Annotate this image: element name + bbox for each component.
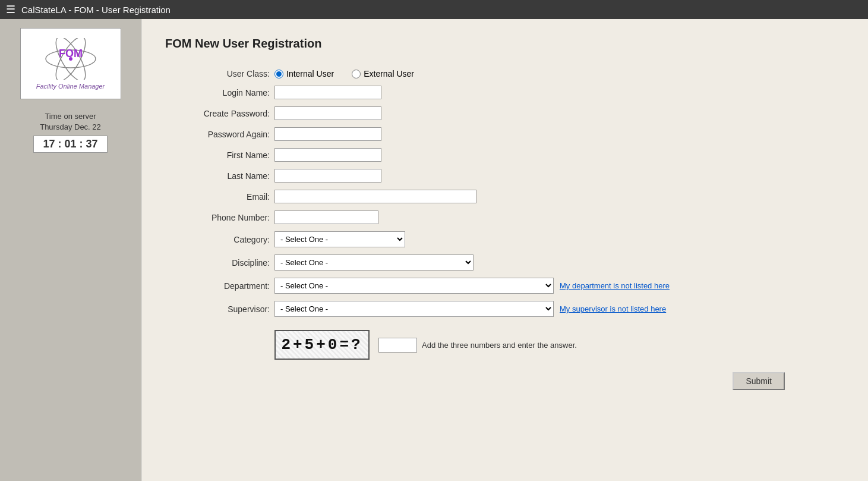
department-row: Department: - Select One - My department… xyxy=(165,274,844,297)
phone-number-row: Phone Number: xyxy=(165,207,844,228)
window-title: CalStateLA - FOM - User Registration xyxy=(21,5,171,15)
internal-user-label: Internal User xyxy=(286,69,334,78)
login-name-row: Login Name: xyxy=(165,82,844,103)
external-user-label: External User xyxy=(364,69,414,78)
department-cell: - Select One - My department is not list… xyxy=(272,274,844,297)
time-label2: Thursday Dec. 22 xyxy=(33,122,107,133)
last-name-label: Last Name: xyxy=(165,165,272,186)
department-select[interactable]: - Select One - xyxy=(274,278,554,294)
supervisor-cell: - Select One - My supervisor is not list… xyxy=(272,297,844,320)
create-password-label: Create Password: xyxy=(165,103,272,124)
password-again-row: Password Again: xyxy=(165,124,844,144)
internal-user-option[interactable]: Internal User xyxy=(274,69,334,78)
discipline-row: Discipline: - Select One - xyxy=(165,251,844,274)
logo-container: FOM Facility Online Manager xyxy=(20,28,121,99)
external-user-option[interactable]: External User xyxy=(352,69,414,78)
category-cell: - Select One - xyxy=(272,228,844,251)
dept-not-listed-link[interactable]: My department is not listed here xyxy=(560,281,670,290)
department-label: Department: xyxy=(165,274,272,297)
captcha-answer-group: Add the three numbers and enter the answ… xyxy=(378,338,577,353)
password-again-label: Password Again: xyxy=(165,124,272,144)
login-name-input[interactable] xyxy=(274,86,381,99)
discipline-cell: - Select One - xyxy=(272,251,844,274)
captcha-label-cell xyxy=(165,320,272,363)
supervisor-row: Supervisor: - Select One - My supervisor… xyxy=(165,297,844,320)
supervisor-not-listed-link[interactable]: My supervisor is not listed here xyxy=(560,304,666,313)
category-label: Category: xyxy=(165,228,272,251)
first-name-cell xyxy=(272,144,844,165)
discipline-select[interactable]: - Select One - xyxy=(274,254,474,271)
fom-logo: FOM xyxy=(44,38,97,80)
email-input[interactable] xyxy=(274,190,476,203)
submit-button[interactable]: Submit xyxy=(733,372,785,390)
login-name-cell xyxy=(272,82,844,103)
menu-icon[interactable]: ☰ xyxy=(6,3,15,16)
department-row-inner: - Select One - My department is not list… xyxy=(274,278,842,294)
create-password-cell xyxy=(272,103,844,124)
time-display: 17 : 01 : 37 xyxy=(33,136,107,153)
registration-form: User Class: Internal User External User xyxy=(165,65,844,363)
last-name-input[interactable] xyxy=(274,169,381,183)
captcha-cell: 2+5+0=? Add the three numbers and enter … xyxy=(272,320,844,363)
captcha-answer-input[interactable] xyxy=(378,338,417,353)
email-label: Email: xyxy=(165,186,272,207)
page-title: FOM New User Registration xyxy=(165,37,844,51)
first-name-input[interactable] xyxy=(274,148,381,162)
captcha-row: 2+5+0=? Add the three numbers and enter … xyxy=(165,320,844,363)
phone-number-cell xyxy=(272,207,844,228)
supervisor-select[interactable]: - Select One - xyxy=(274,301,554,317)
supervisor-label: Supervisor: xyxy=(165,297,272,320)
phone-number-label: Phone Number: xyxy=(165,207,272,228)
last-name-cell xyxy=(272,165,844,186)
logo-tagline: Facility Online Manager xyxy=(36,83,105,90)
email-row: Email: xyxy=(165,186,844,207)
user-class-row: User Class: Internal User External User xyxy=(165,65,844,82)
category-select[interactable]: - Select One - xyxy=(274,231,405,247)
external-user-radio[interactable] xyxy=(352,70,361,78)
category-row: Category: - Select One - xyxy=(165,228,844,251)
time-section: Time on server Thursday Dec. 22 17 : 01 … xyxy=(33,111,107,153)
sidebar: FOM Facility Online Manager Time on serv… xyxy=(0,19,141,481)
internal-user-radio[interactable] xyxy=(274,70,283,78)
captcha-area: 2+5+0=? Add the three numbers and enter … xyxy=(274,330,842,360)
last-name-row: Last Name: xyxy=(165,165,844,186)
create-password-input[interactable] xyxy=(274,106,381,120)
main-content: FOM New User Registration User Class: In… xyxy=(141,19,868,481)
discipline-label: Discipline: xyxy=(165,251,272,274)
captcha-image: 2+5+0=? xyxy=(274,330,370,360)
time-label1: Time on server xyxy=(33,111,107,122)
user-class-label: User Class: xyxy=(165,65,272,82)
first-name-label: First Name: xyxy=(165,144,272,165)
create-password-row: Create Password: xyxy=(165,103,844,124)
login-name-label: Login Name: xyxy=(165,82,272,103)
phone-number-input[interactable] xyxy=(274,210,378,224)
captcha-hint: Add the three numbers and enter the answ… xyxy=(422,341,577,350)
submit-row: Submit xyxy=(165,372,844,390)
first-name-row: First Name: xyxy=(165,144,844,165)
title-bar: ☰ CalStateLA - FOM - User Registration xyxy=(0,0,868,19)
email-cell xyxy=(272,186,844,207)
svg-point-4 xyxy=(69,57,72,61)
captcha-text: 2+5+0=? xyxy=(281,336,362,354)
user-class-input-cell: Internal User External User xyxy=(272,65,844,82)
user-class-radio-group: Internal User External User xyxy=(274,69,842,78)
password-again-cell xyxy=(272,124,844,144)
password-again-input[interactable] xyxy=(274,127,381,141)
supervisor-row-inner: - Select One - My supervisor is not list… xyxy=(274,301,842,317)
